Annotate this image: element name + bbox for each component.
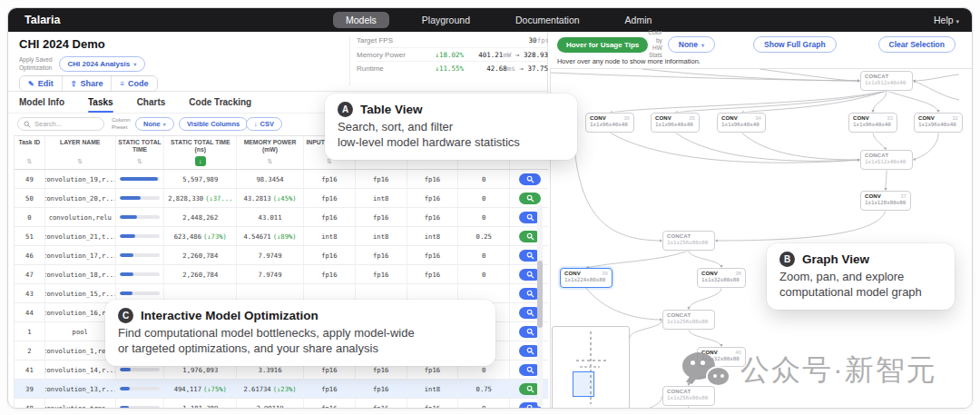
sort-icon[interactable]: ⇅ — [77, 158, 83, 165]
table-cell: 46 — [15, 246, 45, 264]
column-header[interactable]: MEMORY POWER (mW)⇅ — [237, 136, 304, 169]
table-row[interactable]: 46convolution_17,r...2,260,7847.9749fp16… — [15, 246, 550, 265]
table-cell: 2 — [15, 341, 45, 360]
magnifier-icon — [526, 328, 534, 336]
tasks-table: Task ID⇅LAYER NAME⇅STATIC TOTAL TIME⇅STA… — [14, 135, 551, 409]
table-cell: convolution_20,r... — [45, 189, 116, 207]
stat-target-fps: Target FPS 30fps✎ — [357, 34, 556, 47]
csv-download-button[interactable]: ↓ CSV — [246, 117, 282, 131]
table-row[interactable]: 50convolution_20,r...2,828,330(↓37...43.… — [15, 189, 550, 208]
table-scrollbar[interactable] — [537, 204, 543, 407]
sort-icon[interactable]: ⇅ — [137, 158, 142, 165]
table-cell: 0 — [458, 246, 510, 264]
table-cell: fp16 — [304, 265, 356, 283]
column-preset-label: Column Preset — [112, 117, 131, 132]
visible-columns-button[interactable]: Visible Columns — [179, 117, 248, 131]
table-cell: fp16 — [356, 170, 407, 188]
table-row[interactable]: 39convolution_13,r...494,117(↓75%)2.6173… — [15, 380, 550, 399]
table-cell: 43.2813(↓45%) — [237, 189, 304, 207]
search-input[interactable] — [34, 120, 98, 128]
magnifier-icon — [526, 252, 534, 260]
table-cell — [116, 265, 165, 283]
table-row[interactable]: 49convolution_19,r...5,597,98998.3454fp1… — [15, 170, 550, 189]
table-cell — [510, 284, 550, 302]
nav-tab-documentation[interactable]: Documentation — [503, 12, 593, 28]
table-row[interactable]: 0convolution,relu2,448,26243.011fp16fp16… — [15, 208, 550, 227]
graph-node-conv36[interactable]: CONV361x1x96x40x40 — [585, 113, 634, 133]
tab-tasks[interactable]: Tasks — [88, 92, 113, 113]
table-cell: 1,181,389 — [164, 399, 237, 409]
model-header: CHI 2024 Demo Apply Saved Optimization C… — [8, 32, 547, 92]
scrollbar-thumb[interactable] — [537, 261, 543, 328]
table-cell: 0 — [15, 208, 45, 226]
table-cell: fp16 — [407, 399, 459, 409]
edit-button[interactable]: ✎ Edit — [20, 76, 63, 91]
active-sort-desc-icon[interactable]: ↓ — [195, 156, 206, 166]
table-cell — [510, 189, 550, 207]
graph-node-concat4[interactable]: CONCAT1x1x256x80x80 — [662, 310, 715, 330]
table-cell: fp16 — [304, 399, 356, 409]
column-header[interactable]: LAYER NAME⇅ — [45, 136, 116, 169]
sort-icon[interactable]: ⇅ — [268, 158, 273, 165]
table-cell — [510, 246, 550, 264]
column-header[interactable]: STATIC TOTAL TIME (ns)↓ — [164, 136, 237, 169]
graph-node-conv32[interactable]: CONV321x1x96x40x40 — [914, 113, 963, 133]
minimap-viewport[interactable] — [573, 371, 594, 397]
apply-saved-optimization-label: Apply Saved Optimization — [19, 56, 53, 71]
table-cell: 0 — [458, 170, 510, 188]
graph-node-concat2[interactable]: CONCAT1x1x512x40x40 — [860, 150, 913, 170]
graph-node-conv34[interactable]: CONV341x1x96x40x40 — [717, 113, 766, 133]
magnifier-icon — [526, 175, 534, 183]
tab-code-tracking[interactable]: Code Tracking — [189, 92, 251, 113]
code-button[interactable]: ≡ Code — [112, 76, 156, 91]
search-box[interactable] — [17, 117, 104, 131]
analysis-dropdown[interactable]: CHI 2024 Analysis ▾ — [59, 56, 146, 72]
graph-node-conv38[interactable]: CONV381x1x32x80x80 — [697, 268, 746, 288]
time-bar — [120, 272, 160, 276]
inspect-task-button[interactable] — [519, 193, 541, 204]
table-cell: 0.25 — [458, 227, 510, 245]
nav-tab-playground[interactable]: Playground — [409, 12, 483, 28]
graph-node-conv39[interactable]: CONV391x1x224x80x80 — [560, 268, 612, 288]
clear-selection-button[interactable]: Clear Selection — [878, 36, 956, 53]
show-full-graph-button[interactable]: Show Full Graph — [753, 36, 837, 53]
column-header[interactable]: STATIC TOTAL TIME⇅ — [116, 136, 165, 169]
nav-tab-models[interactable]: Models — [333, 12, 389, 28]
magnifier-icon — [526, 366, 534, 374]
nav-tab-admin[interactable]: Admin — [612, 12, 665, 28]
table-cell: 0 — [458, 265, 510, 283]
table-cell: fp16 — [407, 265, 459, 283]
table-cell: convolution,tran... — [45, 399, 116, 409]
inspect-task-button[interactable] — [519, 173, 541, 185]
time-bar — [120, 177, 160, 181]
graph-node-conv33[interactable]: CONV331x1x96x40x40 — [848, 113, 897, 133]
table-cell: fp16 — [304, 380, 356, 398]
sort-icon[interactable]: ⇅ — [27, 158, 33, 165]
nav-help-menu[interactable]: Help ▾ — [934, 8, 959, 34]
badge-c: C — [118, 308, 133, 323]
table-row[interactable]: 51convolution_21,t...623,486(↓73%)4.5467… — [15, 227, 550, 246]
table-row[interactable]: 48convolution,tran...1,181,3892.90119fp1… — [15, 399, 550, 409]
color-by-dropdown[interactable]: None ▾ — [668, 36, 715, 53]
search-icon — [24, 121, 31, 128]
table-cell: fp16 — [407, 170, 459, 188]
usage-tips-button[interactable]: Hover for Usage Tips — [557, 37, 648, 53]
graph-node-concat3[interactable]: CONCAT1x1x256x80x80 — [662, 231, 715, 251]
table-cell — [116, 399, 165, 409]
table-cell: 50 — [15, 189, 45, 207]
table-cell: 7.9749 — [237, 246, 304, 264]
tab-model-info[interactable]: Model Info — [19, 92, 64, 113]
graph-minimap[interactable] — [552, 326, 630, 409]
share-button[interactable]: ⇧ Share — [63, 76, 113, 91]
graph-node-conv37[interactable]: CONV371x1x128x80x80 — [860, 191, 911, 211]
magnifier-icon — [526, 213, 534, 222]
table-body: 49convolution_19,r...5,597,98998.3454fp1… — [15, 170, 550, 409]
graph-node-concat1[interactable]: CONCAT1x1x512x40x40 — [860, 71, 913, 91]
column-preset-dropdown[interactable]: None ▾ — [135, 117, 174, 131]
column-header[interactable]: Task ID⇅ — [15, 136, 45, 169]
graph-node-conv35[interactable]: CONV351x1x96x40x40 — [651, 113, 700, 133]
table-cell: 98.3454 — [237, 170, 304, 188]
table-cell — [510, 380, 550, 398]
tab-charts[interactable]: Charts — [137, 92, 166, 113]
table-row[interactable]: 47convolution_18,r...2,260,7847.9749fp16… — [15, 265, 550, 284]
